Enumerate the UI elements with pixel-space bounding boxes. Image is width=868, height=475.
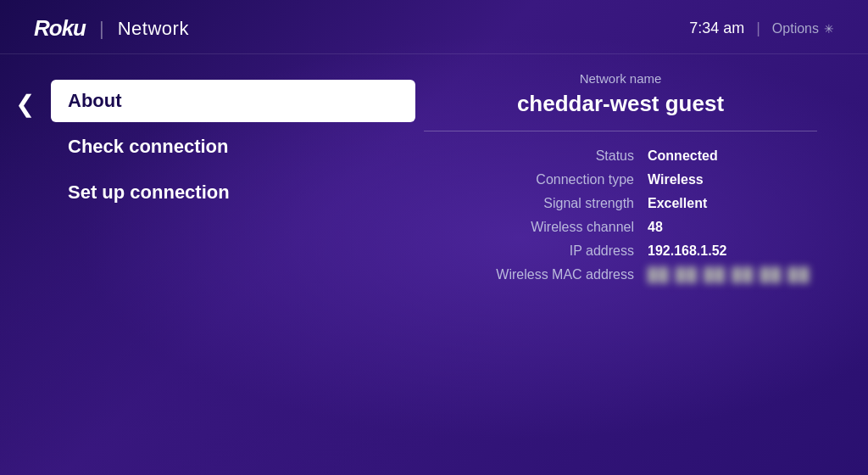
back-arrow-icon[interactable]: ❮ [15, 90, 35, 118]
wireless-channel-key: Wireless channel [478, 220, 648, 235]
roku-logo: Roku [34, 15, 86, 42]
header: Roku | Network 7:34 am | Options ✳ [0, 0, 868, 54]
header-pipe-icon: | [756, 20, 760, 37]
mac-address-key: Wireless MAC address [478, 267, 648, 282]
wireless-channel-row: Wireless channel 48 [424, 220, 817, 235]
ip-address-key: IP address [478, 243, 648, 259]
ip-address-value: 192.168.1.52 [648, 243, 817, 259]
sidebar: ❮ About Check connection Set up connecti… [0, 54, 390, 470]
mac-address-value: ██ ██ ██ ██ ██ ██ [648, 267, 817, 282]
signal-strength-row: Signal strength Excellent [424, 196, 817, 211]
clock-display: 7:34 am [689, 20, 744, 37]
connection-type-key: Connection type [478, 172, 648, 187]
asterisk-icon: ✳ [824, 22, 834, 36]
header-right: 7:34 am | Options ✳ [689, 20, 834, 37]
options-button[interactable]: Options ✳ [772, 21, 834, 36]
connection-type-value: Wireless [648, 172, 817, 187]
status-key: Status [478, 148, 648, 164]
mac-address-row: Wireless MAC address ██ ██ ██ ██ ██ ██ [424, 267, 817, 282]
sidebar-item-set-up-connection[interactable]: Set up connection [51, 171, 390, 214]
header-left: Roku | Network [34, 15, 189, 42]
ip-address-row: IP address 192.168.1.52 [424, 243, 817, 259]
options-label: Options [772, 21, 819, 36]
signal-strength-value: Excellent [648, 196, 817, 211]
sidebar-item-about[interactable]: About [51, 80, 415, 122]
network-name-label: Network name [424, 71, 817, 86]
status-value: Connected [648, 148, 817, 164]
signal-strength-key: Signal strength [478, 196, 648, 211]
page-title: Network [118, 18, 189, 40]
main-container: Roku | Network 7:34 am | Options ✳ ❮ Abo… [0, 0, 868, 475]
network-name-value: cheddar-west guest [424, 91, 817, 117]
main-content: ❮ About Check connection Set up connecti… [0, 54, 868, 470]
header-divider-icon: | [99, 18, 104, 40]
connection-type-row: Connection type Wireless [424, 172, 817, 187]
info-table: Status Connected Connection type Wireles… [424, 145, 817, 282]
sidebar-item-check-connection[interactable]: Check connection [51, 126, 390, 168]
right-panel: Network name cheddar-west guest Status C… [390, 54, 868, 470]
status-row: Status Connected [424, 148, 817, 164]
wireless-channel-value: 48 [648, 220, 817, 235]
network-name-section: Network name cheddar-west guest [424, 71, 817, 131]
